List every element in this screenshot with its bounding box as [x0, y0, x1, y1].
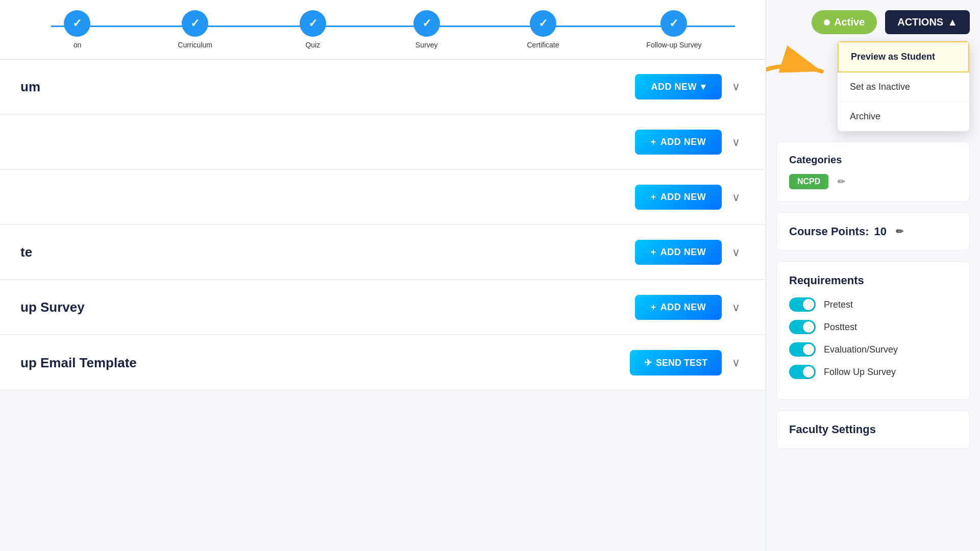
- step-label-quiz: Quiz: [305, 41, 320, 49]
- section-actions-quiz: + ADD NEW ∨: [635, 130, 740, 155]
- section-row-followup-survey: up Survey + ADD NEW ∨: [0, 281, 766, 335]
- plus-icon-survey: +: [651, 192, 656, 203]
- actions-label: ACTIONS: [897, 16, 943, 28]
- section-row-certificate: te + ADD NEW ∨: [0, 226, 766, 280]
- section-title-curriculum: um: [20, 79, 40, 95]
- edit-points-icon[interactable]: ✏: [896, 226, 903, 237]
- section-row-followup-email: up Email Template ✈ SEND TEST ∨: [0, 336, 766, 390]
- send-test-label: SEND TEST: [656, 358, 707, 368]
- label-evaluation: Evaluation/Survey: [824, 344, 898, 355]
- step-circle-quiz: ✓: [300, 10, 326, 37]
- step-circle-survey: ✓: [413, 10, 440, 37]
- add-new-button-followup-survey[interactable]: + ADD NEW: [635, 295, 722, 320]
- step-circle-curriculum: ✓: [182, 10, 208, 37]
- section-row-survey: + ADD NEW ∨: [0, 170, 766, 224]
- sidebar: Active ACTIONS ▲ Preview as Student Set …: [766, 0, 980, 551]
- chevron-up-icon: ▲: [947, 16, 958, 28]
- step-label-followup: Follow-up Survey: [646, 41, 701, 49]
- active-dot-icon: [824, 19, 830, 26]
- step-curriculum[interactable]: ✓ Curriculum: [178, 10, 212, 49]
- add-new-button-curriculum[interactable]: ADD NEW ▾: [635, 74, 722, 99]
- chevron-down-icon-curriculum: ▾: [701, 81, 706, 92]
- categories-card: Categories NCPD ✏: [776, 141, 970, 202]
- label-pretest: Pretest: [824, 299, 853, 310]
- step-quiz[interactable]: ✓ Quiz: [300, 10, 326, 49]
- section-actions-curriculum: ADD NEW ▾ ∨: [635, 74, 740, 99]
- requirements-title: Requirements: [789, 274, 957, 287]
- section-actions-certificate: + ADD NEW ∨: [635, 240, 740, 265]
- step-survey[interactable]: ✓ Survey: [413, 10, 440, 49]
- send-icon: ✈: [644, 357, 652, 368]
- add-new-button-quiz[interactable]: + ADD NEW: [635, 130, 722, 155]
- section-row-curriculum: um ADD NEW ▾ ∨: [0, 60, 766, 114]
- arrow-annotation: [766, 43, 837, 105]
- add-new-label-certificate: ADD NEW: [660, 247, 706, 258]
- course-points-value: 10: [874, 225, 886, 238]
- expand-icon-followup-survey[interactable]: ∨: [732, 301, 740, 314]
- active-badge: Active: [812, 10, 877, 34]
- toggle-posttest[interactable]: [789, 320, 816, 334]
- archive-label: Archive: [850, 111, 880, 121]
- faculty-title: Faculty Settings: [789, 423, 957, 436]
- label-followup: Follow Up Survey: [824, 367, 896, 378]
- step-label-curriculum: Curriculum: [178, 41, 212, 49]
- add-new-label-followup-survey: ADD NEW: [660, 302, 706, 313]
- top-controls: Active ACTIONS ▲: [776, 10, 970, 34]
- step-label-certificate: Certificate: [527, 41, 559, 49]
- section-actions-followup-survey: + ADD NEW ∨: [635, 295, 740, 320]
- requirement-followup: Follow Up Survey: [789, 365, 957, 379]
- step-circle-followup: ✓: [660, 10, 687, 37]
- section-actions-followup-email: ✈ SEND TEST ∨: [630, 350, 740, 375]
- add-new-button-certificate[interactable]: + ADD NEW: [635, 240, 722, 265]
- requirement-evaluation: Evaluation/Survey: [789, 342, 957, 357]
- step-circle-on: ✓: [64, 10, 90, 37]
- expand-icon-certificate[interactable]: ∨: [732, 246, 740, 259]
- faculty-settings-card: Faculty Settings: [776, 410, 970, 449]
- step-label-on: on: [74, 41, 82, 49]
- step-label-survey: Survey: [415, 41, 438, 49]
- inactive-label: Set as Inactive: [850, 82, 910, 92]
- step-certificate[interactable]: ✓ Certificate: [527, 10, 559, 49]
- active-label: Active: [834, 16, 865, 28]
- plus-icon-certificate: +: [651, 247, 656, 258]
- actions-dropdown: Preview as Student Set as Inactive Archi…: [837, 41, 970, 132]
- toggle-evaluation[interactable]: [789, 342, 816, 357]
- step-followup[interactable]: ✓ Follow-up Survey: [646, 10, 701, 49]
- course-points-card: Course Points: 10 ✏: [776, 212, 970, 251]
- expand-icon-quiz[interactable]: ∨: [732, 136, 740, 149]
- plus-icon-quiz: +: [651, 137, 656, 147]
- content-area: ✓ on ✓ Curriculum ✓ Quiz ✓ Survey ✓: [0, 0, 766, 551]
- main-container: ✓ on ✓ Curriculum ✓ Quiz ✓ Survey ✓: [0, 0, 980, 551]
- send-test-button[interactable]: ✈ SEND TEST: [630, 350, 722, 375]
- add-new-button-survey[interactable]: + ADD NEW: [635, 185, 722, 210]
- step-circle-certificate: ✓: [530, 10, 556, 37]
- dropdown-item-archive[interactable]: Archive: [838, 102, 969, 131]
- add-new-label-survey: ADD NEW: [660, 192, 706, 203]
- edit-category-icon[interactable]: ✏: [838, 176, 845, 187]
- section-title-followup-email: up Email Template: [20, 355, 137, 371]
- course-points-row: Course Points: 10 ✏: [789, 225, 957, 238]
- add-new-label-curriculum: ADD NEW: [651, 82, 697, 92]
- preview-label: Preview as Student: [851, 52, 935, 62]
- expand-icon-followup-email[interactable]: ∨: [732, 356, 740, 369]
- requirement-pretest: Pretest: [789, 297, 957, 312]
- toggle-followup[interactable]: [789, 365, 816, 379]
- categories-row: NCPD ✏: [789, 174, 957, 189]
- requirement-posttest: Posttest: [789, 320, 957, 334]
- toggle-pretest[interactable]: [789, 297, 816, 312]
- categories-title: Categories: [789, 154, 957, 166]
- section-title-followup-survey: up Survey: [20, 299, 85, 315]
- category-tag-ncpd: NCPD: [789, 174, 828, 189]
- expand-icon-curriculum[interactable]: ∨: [732, 80, 740, 93]
- section-row-quiz: + ADD NEW ∨: [0, 115, 766, 169]
- stepper: ✓ on ✓ Curriculum ✓ Quiz ✓ Survey ✓: [0, 0, 766, 60]
- plus-icon-followup-survey: +: [651, 302, 656, 313]
- course-points-label: Course Points:: [789, 225, 869, 238]
- dropdown-item-preview[interactable]: Preview as Student: [838, 41, 969, 72]
- step-on[interactable]: ✓ on: [64, 10, 90, 49]
- dropdown-item-inactive[interactable]: Set as Inactive: [838, 72, 969, 102]
- sections-area: um ADD NEW ▾ ∨ + ADD NEW ∨: [0, 60, 766, 551]
- actions-button[interactable]: ACTIONS ▲: [885, 10, 970, 34]
- expand-icon-survey[interactable]: ∨: [732, 191, 740, 204]
- stepper-steps: ✓ on ✓ Curriculum ✓ Quiz ✓ Survey ✓: [20, 10, 745, 49]
